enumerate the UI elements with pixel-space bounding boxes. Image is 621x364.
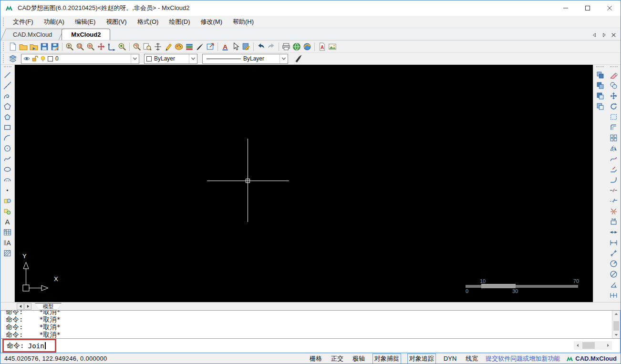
insert-image-icon[interactable]	[327, 41, 338, 52]
polygon-icon[interactable]	[2, 101, 13, 111]
open-folder-icon[interactable]	[18, 41, 29, 52]
zoom-extents-icon[interactable]	[85, 41, 96, 52]
tab-cad-mxcloud[interactable]: CAD.MxCloud	[3, 29, 62, 40]
menu-view[interactable]: 视图(V)	[101, 16, 132, 28]
hatch-icon[interactable]	[2, 248, 13, 258]
toggle-lineweight[interactable]: 线宽	[464, 354, 479, 364]
scrollbar-thumb[interactable]	[613, 321, 619, 331]
move-icon[interactable]	[608, 91, 620, 101]
toggle-object-track[interactable]: 对象追踪	[407, 354, 436, 364]
model-next-icon[interactable]	[24, 303, 31, 310]
web-sync-icon[interactable]	[302, 41, 312, 52]
trim-icon[interactable]	[608, 164, 620, 174]
ucs-axes-icon[interactable]	[106, 41, 117, 52]
break-icon[interactable]	[608, 185, 620, 195]
circle-icon[interactable]	[2, 143, 13, 153]
color-select[interactable]: ByLayer	[144, 54, 197, 64]
regen-icon[interactable]	[132, 41, 142, 52]
tab-scroll-right-icon[interactable]	[600, 31, 607, 38]
menu-edit[interactable]: 编辑(E)	[70, 16, 101, 28]
save-icon[interactable]	[39, 41, 50, 52]
pdf-export-icon[interactable]: A	[317, 41, 327, 52]
rectangle-icon[interactable]	[2, 122, 13, 132]
fillet-icon[interactable]	[608, 174, 620, 185]
menu-help[interactable]: 帮助(H)	[228, 16, 259, 28]
command-scrollbar-vertical[interactable]	[612, 311, 620, 338]
menu-grip[interactable]	[3, 18, 6, 26]
create-block-icon[interactable]	[2, 206, 13, 216]
properties-grip[interactable]	[3, 54, 6, 63]
toggle-polar[interactable]: 极轴	[351, 354, 366, 364]
tab-scroll-left-icon[interactable]	[591, 31, 598, 38]
text-style-icon[interactable]: A	[220, 41, 230, 52]
chevron-down-icon[interactable]	[279, 54, 288, 63]
scroll-down-icon[interactable]	[612, 332, 620, 338]
menu-function[interactable]: 功能(A)	[39, 16, 70, 28]
mirror-icon[interactable]	[608, 143, 620, 153]
dim-continue-icon[interactable]	[608, 290, 620, 300]
command-input-row[interactable]: 命令: Join	[1, 338, 620, 353]
copy-with-base-icon[interactable]	[594, 80, 606, 91]
zoom-in-icon[interactable]	[117, 41, 127, 52]
point-icon[interactable]	[2, 185, 13, 195]
command-scrollbar-horizontal[interactable]	[574, 341, 612, 350]
color-palette-icon[interactable]	[174, 41, 184, 52]
edit-toolbar-grip[interactable]	[596, 66, 604, 69]
toggle-ortho[interactable]: 正交	[330, 354, 345, 364]
construction-line-icon[interactable]	[2, 80, 13, 91]
draw-pen-icon[interactable]	[163, 41, 174, 52]
layer-stack-icon[interactable]	[184, 41, 195, 52]
chevron-down-icon[interactable]	[189, 54, 197, 63]
scrollbar-thumb[interactable]	[582, 342, 595, 349]
polyline-edit-icon[interactable]	[608, 216, 620, 227]
export-view-icon[interactable]	[205, 41, 216, 52]
text-icon[interactable]: A	[2, 216, 13, 227]
break-at-point-icon[interactable]	[608, 195, 620, 206]
paint-brush-icon[interactable]	[195, 41, 205, 52]
offset-icon[interactable]	[608, 122, 620, 132]
tab-close-icon[interactable]	[610, 31, 617, 38]
dim-diameter-icon[interactable]	[608, 269, 620, 279]
linetype-select[interactable]: ByLayer	[202, 54, 288, 64]
chevron-down-icon[interactable]	[131, 54, 139, 63]
ellipse-arc-icon[interactable]	[2, 174, 13, 185]
polygon-inscribed-icon[interactable]	[2, 111, 13, 122]
dim-linear-icon[interactable]	[608, 237, 620, 248]
new-file-icon[interactable]	[8, 41, 18, 52]
zoom-preview-icon[interactable]	[142, 41, 153, 52]
model-prev-icon[interactable]	[17, 303, 24, 310]
line-icon[interactable]	[2, 70, 13, 80]
insert-block-icon[interactable]	[2, 195, 13, 206]
open-cloud-icon[interactable]	[29, 41, 39, 52]
move-crosshair-icon[interactable]	[153, 41, 163, 52]
feedback-link[interactable]: 提交软件问题或增加新功能	[486, 354, 560, 363]
close-icon[interactable]	[599, 0, 621, 16]
copy-object-icon[interactable]	[608, 80, 620, 91]
paste-as-block-icon[interactable]	[594, 101, 606, 111]
undo-icon[interactable]	[256, 41, 266, 52]
minimize-icon[interactable]	[555, 0, 577, 16]
command-history[interactable]: 命令: *取消* 命令: *取消* 命令: *取消* 命令: *取消*	[1, 311, 620, 338]
layers-panel-icon[interactable]	[8, 53, 18, 64]
scroll-left-icon[interactable]	[574, 341, 581, 350]
polyline-icon[interactable]	[2, 91, 13, 101]
zoom-scale-icon[interactable]	[64, 41, 75, 52]
match-properties-icon[interactable]	[293, 53, 303, 64]
paste-clip-icon[interactable]	[594, 91, 606, 101]
modify-toolbar-grip[interactable]	[610, 66, 618, 69]
dim-radius-icon[interactable]	[608, 258, 620, 269]
ellipse-icon[interactable]	[2, 164, 13, 174]
toolbar-grip[interactable]	[3, 42, 6, 51]
select-cursor-icon[interactable]	[230, 41, 241, 52]
redo-icon[interactable]	[266, 41, 277, 52]
toggle-grid[interactable]: 栅格	[308, 354, 323, 364]
scroll-up-icon[interactable]	[612, 311, 620, 317]
pan-icon[interactable]	[96, 41, 106, 52]
dim-aligned-icon[interactable]	[608, 248, 620, 258]
mtext-icon[interactable]: A	[2, 237, 13, 248]
web-browser-icon[interactable]	[291, 41, 302, 52]
arc-icon[interactable]	[2, 132, 13, 143]
copy-clip-icon[interactable]	[594, 70, 606, 80]
menu-format[interactable]: 格式(O)	[132, 16, 164, 28]
erase-icon[interactable]	[608, 70, 620, 80]
